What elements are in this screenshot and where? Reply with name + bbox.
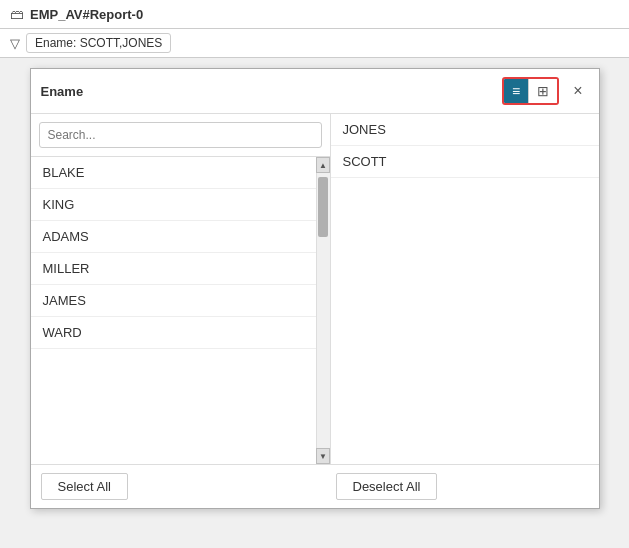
right-panel: JONES SCOTT <box>331 114 599 464</box>
dialog-title: Ename <box>41 84 84 99</box>
items-container: BLAKE KING ADAMS MILLER JAMES WARD <box>31 157 316 464</box>
selected-item: SCOTT <box>331 146 599 178</box>
scroll-area: BLAKE KING ADAMS MILLER JAMES WARD ▲ ▼ <box>31 157 330 464</box>
list-item[interactable]: KING <box>31 189 316 221</box>
scrollbar-track: ▲ ▼ <box>316 157 330 464</box>
grid-view-button[interactable]: ⊞ <box>528 79 557 103</box>
selected-items-list: JONES SCOTT <box>331 114 599 464</box>
search-box-wrap <box>31 114 330 157</box>
dialog-header: Ename ≡ ⊞ × <box>31 69 599 114</box>
list-item[interactable]: MILLER <box>31 253 316 285</box>
window-title: EMP_AV#Report-0 <box>30 7 143 22</box>
filter-dialog: Ename ≡ ⊞ × BLAKE <box>30 68 600 509</box>
search-input[interactable] <box>39 122 322 148</box>
view-toggle-group: ≡ ⊞ <box>502 77 559 105</box>
filter-tag[interactable]: Ename: SCOTT,JONES <box>26 33 171 53</box>
footer-right: Deselect All <box>336 473 589 500</box>
main-area: Ename ≡ ⊞ × BLAKE <box>0 58 629 519</box>
select-all-button[interactable]: Select All <box>41 473 128 500</box>
scrollbar-down-button[interactable]: ▼ <box>316 448 330 464</box>
scrollbar-thumb[interactable] <box>318 177 328 237</box>
selected-item: JONES <box>331 114 599 146</box>
list-view-button[interactable]: ≡ <box>504 79 528 103</box>
close-button[interactable]: × <box>567 80 588 102</box>
window-icon: 🗃 <box>10 6 24 22</box>
filter-icon: ▽ <box>10 36 20 51</box>
window-title-bar: 🗃 EMP_AV#Report-0 <box>0 0 629 29</box>
filter-bar: ▽ Ename: SCOTT,JONES <box>0 29 629 58</box>
list-item[interactable]: JAMES <box>31 285 316 317</box>
footer-left: Select All <box>41 473 326 500</box>
deselect-all-button[interactable]: Deselect All <box>336 473 438 500</box>
dialog-footer: Select All Deselect All <box>31 464 599 508</box>
dialog-header-right: ≡ ⊞ × <box>502 77 589 105</box>
list-item[interactable]: BLAKE <box>31 157 316 189</box>
list-item[interactable]: WARD <box>31 317 316 349</box>
scrollbar-up-button[interactable]: ▲ <box>316 157 330 173</box>
list-item[interactable]: ADAMS <box>31 221 316 253</box>
left-panel: BLAKE KING ADAMS MILLER JAMES WARD ▲ ▼ <box>31 114 331 464</box>
dialog-body: BLAKE KING ADAMS MILLER JAMES WARD ▲ ▼ <box>31 114 599 464</box>
